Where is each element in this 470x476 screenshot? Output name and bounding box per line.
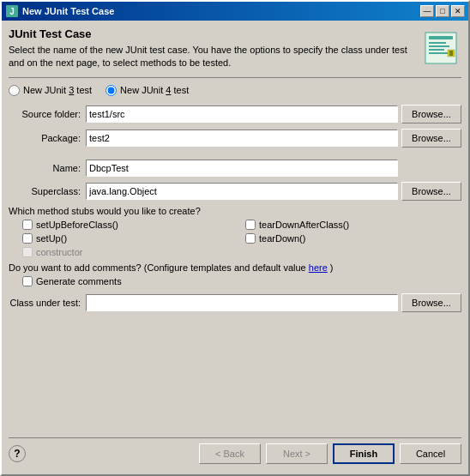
- comments-question: Do you want to add comments? (Configure …: [9, 262, 461, 273]
- package-input[interactable]: [86, 130, 398, 147]
- radio-junit4-input[interactable]: [105, 85, 117, 96]
- checkbox-setUpBeforeClass-input[interactable]: [22, 220, 33, 230]
- header-section: JUnit Test Case Select the name of the n…: [9, 27, 461, 78]
- package-browse-button[interactable]: Browse...: [401, 129, 461, 148]
- radio-junit3-label: New JUnit 3 test: [23, 85, 92, 95]
- header-description: Select the name of the new JUnit test ca…: [9, 44, 413, 70]
- class-under-test-input[interactable]: [86, 294, 398, 311]
- package-label: Package:: [9, 133, 86, 143]
- package-row: Package: Browse...: [9, 129, 461, 148]
- checkbox-setUp-input[interactable]: [22, 233, 33, 244]
- source-folder-label: Source folder:: [9, 109, 86, 119]
- next-button[interactable]: Next >: [266, 443, 328, 464]
- bottom-buttons: ? < Back Next > Finish Cancel: [9, 437, 461, 467]
- close-button[interactable]: ✕: [451, 5, 465, 17]
- svg-rect-3: [429, 36, 453, 39]
- checkbox-constructor-label: constructor: [36, 247, 82, 257]
- svg-rect-6: [429, 49, 444, 51]
- source-folder-row: Source folder: Browse...: [9, 105, 461, 124]
- checkbox-setUp[interactable]: setUp(): [22, 233, 238, 244]
- stubs-question: Which method stubs would you like to cre…: [9, 206, 461, 216]
- checkbox-setUp-label: setUp(): [36, 233, 67, 244]
- header-icon: [420, 27, 461, 69]
- checkbox-tearDownAfterClass-input[interactable]: [245, 220, 256, 230]
- name-row: Name:: [9, 160, 461, 177]
- header-title: JUnit Test Case: [9, 27, 413, 40]
- window-title: New JUnit Test Case: [22, 6, 420, 16]
- svg-rect-7: [429, 52, 448, 54]
- radio-junit3[interactable]: New JUnit 3 test: [9, 85, 92, 96]
- class-under-test-label: Class under test:: [9, 298, 86, 308]
- source-folder-input[interactable]: [86, 105, 398, 123]
- radio-row: New JUnit 3 test New JUnit 4 test: [9, 85, 461, 96]
- generate-comments-label: Generate comments: [36, 276, 122, 286]
- cancel-button[interactable]: Cancel: [400, 443, 461, 464]
- checkbox-tearDown-label: tearDown(): [259, 233, 305, 244]
- checkbox-tearDown[interactable]: tearDown(): [245, 233, 461, 244]
- finish-button[interactable]: Finish: [333, 443, 395, 464]
- checkbox-constructor: constructor: [22, 247, 238, 257]
- superclass-label: Superclass:: [9, 186, 86, 196]
- generate-comments-checkbox[interactable]: Generate comments: [9, 276, 461, 286]
- radio-junit4-label: New JUnit 4 test: [120, 85, 189, 95]
- header-text: JUnit Test Case Select the name of the n…: [9, 27, 413, 70]
- svg-rect-4: [429, 42, 446, 44]
- checkbox-constructor-input: [22, 247, 33, 257]
- checkbox-tearDownAfterClass[interactable]: tearDownAfterClass(): [245, 220, 461, 230]
- comments-here-link[interactable]: here: [309, 262, 328, 273]
- title-bar: J New JUnit Test Case — □ ✕: [2, 2, 468, 21]
- stubs-section: Which method stubs would you like to cre…: [9, 206, 461, 257]
- stubs-checkboxes: setUpBeforeClass() tearDownAfterClass() …: [9, 220, 461, 257]
- checkbox-tearDownAfterClass-label: tearDownAfterClass(): [259, 220, 349, 230]
- source-folder-browse-button[interactable]: Browse...: [401, 105, 461, 124]
- title-bar-buttons: — □ ✕: [420, 5, 465, 17]
- radio-junit4[interactable]: New JUnit 4 test: [105, 85, 189, 96]
- name-label: Name:: [9, 163, 86, 173]
- superclass-browse-button[interactable]: Browse...: [401, 182, 461, 201]
- svg-rect-5: [429, 45, 449, 47]
- radio-junit3-input[interactable]: [9, 85, 20, 96]
- window: J New JUnit Test Case — □ ✕ JUnit Test C…: [0, 0, 470, 476]
- junit-window-icon: J: [5, 4, 19, 18]
- help-button[interactable]: ?: [9, 445, 26, 462]
- class-under-test-browse-button[interactable]: Browse...: [401, 293, 461, 312]
- checkbox-setUpBeforeClass[interactable]: setUpBeforeClass(): [22, 220, 238, 230]
- maximize-button[interactable]: □: [436, 5, 449, 17]
- class-under-test-row: Class under test: Browse...: [9, 293, 461, 312]
- checkbox-setUpBeforeClass-label: setUpBeforeClass(): [36, 220, 118, 230]
- svg-text:J: J: [9, 7, 15, 16]
- superclass-input[interactable]: [86, 183, 398, 200]
- name-input[interactable]: [86, 160, 398, 177]
- checkbox-tearDown-input[interactable]: [245, 233, 256, 244]
- minimize-button[interactable]: —: [420, 5, 434, 17]
- generate-comments-input[interactable]: [22, 276, 33, 286]
- superclass-row: Superclass: Browse...: [9, 182, 461, 201]
- main-content: JUnit Test Case Select the name of the n…: [2, 21, 468, 474]
- comments-section: Do you want to add comments? (Configure …: [9, 262, 461, 286]
- back-button[interactable]: < Back: [199, 443, 261, 464]
